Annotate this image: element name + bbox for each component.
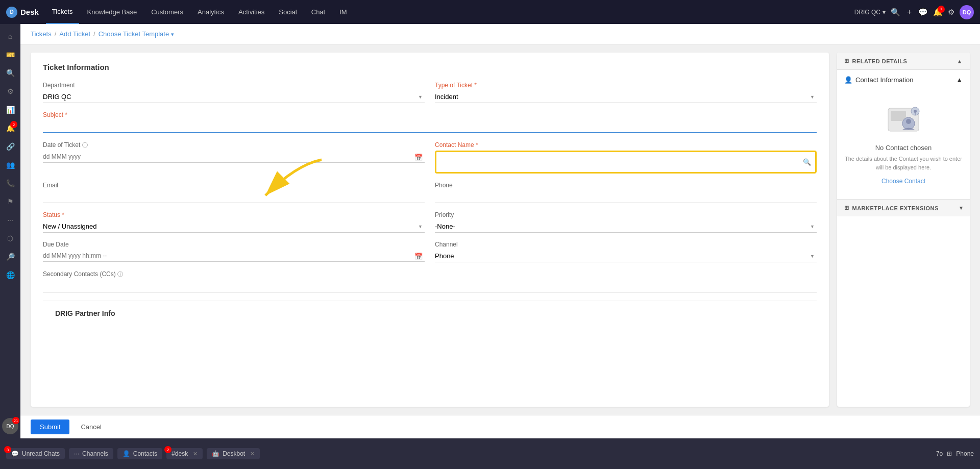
breadcrumb-tickets[interactable]: Tickets (31, 30, 52, 38)
chat-icon[interactable]: 💬 (918, 8, 928, 17)
related-details-collapse-icon[interactable]: ▲ (957, 58, 963, 64)
app-name: Desk (20, 8, 39, 16)
choose-contact-button[interactable]: Choose Contact (881, 178, 925, 185)
no-contact-desc: The details about the Contact you wish t… (844, 155, 963, 171)
secondary-contacts-label: Secondary Contacts (CCs) ⓘ (43, 270, 817, 278)
email-label: Email (43, 182, 425, 189)
no-contact-area: No Contact chosen The details about the … (844, 90, 963, 193)
breadcrumb-sep-2: / (93, 30, 95, 38)
grid-icon[interactable]: ⊞ (947, 450, 952, 457)
ticket-type-select[interactable]: Incident (435, 91, 817, 103)
date-input-wrapper: 📅 (43, 151, 425, 163)
sidebar-user-avatar[interactable]: DQ 21 (2, 418, 18, 434)
user-menu[interactable]: DRIG QC ▾ (854, 9, 886, 16)
email-input[interactable] (43, 191, 425, 203)
subject-input[interactable] (43, 120, 817, 133)
due-date-input[interactable] (43, 250, 425, 262)
status-select[interactable]: New / Unassigned (43, 220, 425, 233)
date-of-ticket-group: Date of Ticket ⓘ 📅 (43, 141, 425, 163)
form-row-duedate-channel: Due Date 📅 Channel Phone (43, 241, 817, 262)
department-select[interactable]: DRIG QC (43, 91, 425, 103)
channel-select[interactable]: Phone (435, 250, 817, 262)
no-contact-text: No Contact chosen (875, 144, 932, 152)
form-title: Ticket Information (43, 63, 817, 71)
bottom-tab-channels[interactable]: ··· Channels (69, 448, 113, 459)
sidebar-settings-icon[interactable]: ⚙ (2, 83, 18, 100)
contact-placeholder-illustration (883, 98, 924, 139)
date-input[interactable] (43, 151, 425, 163)
contact-name-input[interactable] (440, 156, 803, 168)
contact-info-section: 👤 Contact Information ▲ (837, 70, 970, 200)
contacts-tab-icon: 👤 (122, 450, 130, 457)
contacts-tab-label: Contacts (133, 450, 157, 457)
bottom-tab-unread-chats[interactable]: 3 💬 Unread Chats (6, 448, 65, 459)
nav-activities[interactable]: Activities (232, 0, 271, 24)
top-nav-right: DRIG QC ▾ 🔍 ＋ 💬 🔔 1 ⚙ DQ (854, 5, 974, 19)
nav-social[interactable]: Social (273, 0, 303, 24)
related-details-icon: ⊞ (844, 58, 849, 64)
cancel-button[interactable]: Cancel (74, 419, 108, 434)
contact-search-icon[interactable]: 🔍 (803, 158, 811, 166)
phone-tab-label: Phone (956, 450, 974, 457)
contact-info-title-wrapper: 👤 Contact Information (844, 76, 913, 84)
sidebar-module-icon[interactable]: ⬡ (2, 230, 18, 246)
notification-icon[interactable]: 🔔 1 (933, 8, 943, 17)
nav-tickets[interactable]: Tickets (46, 0, 79, 24)
desk-tab-close-icon[interactable]: ✕ (193, 451, 198, 457)
related-details-header: ⊞ RELATED DETAILS ▲ (837, 53, 970, 70)
sidebar-globe-icon[interactable]: 🌐 (2, 267, 18, 283)
due-date-calendar-icon[interactable]: 📅 (414, 252, 423, 260)
secondary-contacts-input[interactable] (43, 280, 817, 292)
sidebar-integrations-icon[interactable]: 🔗 (2, 138, 18, 155)
sidebar-zoom-icon[interactable]: 🔎 (2, 249, 18, 265)
sidebar-tickets-icon[interactable]: 🎫 (2, 46, 18, 63)
search-icon[interactable]: 🔍 (891, 8, 900, 17)
submit-button[interactable]: Submit (31, 419, 69, 434)
priority-group: Priority -None- (435, 211, 817, 233)
phone-group: Phone (435, 182, 817, 203)
sidebar-home-icon[interactable]: ⌂ (2, 28, 18, 44)
nav-im[interactable]: IM (333, 0, 353, 24)
chevron-down-icon: ▾ (883, 9, 886, 16)
sidebar-phone-icon[interactable]: 📞 (2, 175, 18, 191)
date-info-icon: ⓘ (82, 142, 88, 148)
bottom-tab-deskbot[interactable]: 🤖 Deskbot ✕ (207, 448, 260, 459)
add-icon[interactable]: ＋ (905, 7, 913, 17)
sidebar-alerts-icon[interactable]: 🔔 2 (2, 120, 18, 136)
action-bar: Submit Cancel (20, 415, 980, 438)
bottom-tab-contacts[interactable]: 👤 Contacts (117, 448, 162, 459)
user-avatar[interactable]: DQ (960, 5, 974, 19)
breadcrumb-template[interactable]: Choose Ticket Template ▾ (99, 30, 174, 38)
sidebar-more-icon[interactable]: ··· (2, 212, 18, 228)
status-select-wrapper: New / Unassigned (43, 220, 425, 233)
breadcrumb-add-ticket[interactable]: Add Ticket (59, 30, 90, 38)
form-row-email-phone: Email Phone (43, 182, 817, 203)
marketplace-expand-icon[interactable]: ▾ (960, 205, 963, 211)
channels-label: Channels (82, 450, 108, 457)
sidebar-contacts-icon[interactable]: 👥 (2, 157, 18, 173)
top-navigation: D Desk Tickets Knowledge Base Customers … (0, 0, 980, 24)
priority-select-wrapper: -None- (435, 220, 817, 233)
nav-customers[interactable]: Customers (145, 0, 189, 24)
contact-info-user-icon: 👤 (844, 76, 852, 84)
nav-chat[interactable]: Chat (305, 0, 331, 24)
settings-icon[interactable]: ⚙ (948, 8, 954, 17)
sidebar-reports-icon[interactable]: 📊 (2, 102, 18, 118)
due-date-group: Due Date 📅 (43, 241, 425, 262)
sidebar-flag-icon[interactable]: ⚑ (2, 193, 18, 210)
channels-icon: ··· (74, 450, 79, 457)
contact-info-collapse-icon[interactable]: ▲ (956, 76, 963, 84)
department-select-wrapper: DRIG QC (43, 91, 425, 103)
marketplace-section: ⊞ MARKETPLACE EXTENSIONS ▾ (837, 200, 970, 216)
nav-knowledge-base[interactable]: Knowledge Base (81, 0, 143, 24)
logo-icon: D (6, 7, 17, 18)
date-label: Date of Ticket ⓘ (43, 141, 425, 149)
deskbot-close-icon[interactable]: ✕ (250, 451, 255, 457)
nav-analytics[interactable]: Analytics (191, 0, 230, 24)
priority-select[interactable]: -None- (435, 220, 817, 233)
calendar-icon[interactable]: 📅 (414, 153, 423, 161)
phone-input[interactable] (435, 191, 817, 203)
sidebar-search-icon[interactable]: 🔍 (2, 65, 18, 81)
bottom-tab-desk[interactable]: 2 #desk ✕ (166, 448, 203, 459)
form-row-dept-type: Department DRIG QC Type of Ticket * Inci… (43, 82, 817, 103)
